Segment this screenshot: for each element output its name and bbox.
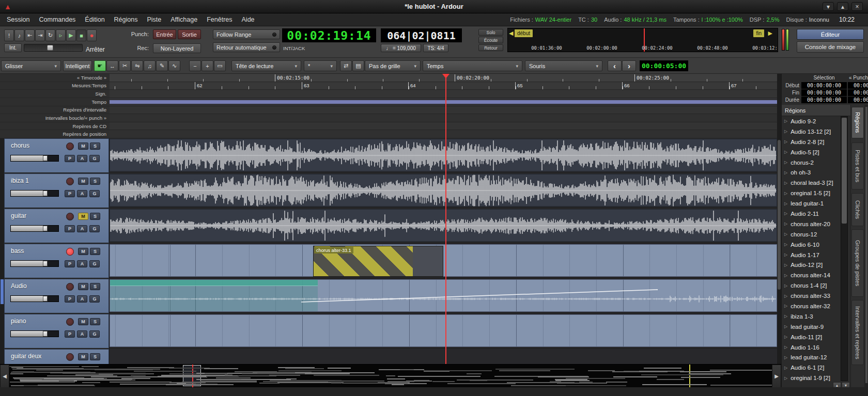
- expander-icon[interactable]: ▷: [784, 232, 787, 236]
- contents-tool[interactable]: ∿: [168, 60, 180, 71]
- audio-region[interactable]: [110, 209, 777, 242]
- playlist-button[interactable]: P: [65, 190, 75, 197]
- gain-fader[interactable]: [10, 225, 59, 232]
- stretch-mode-button[interactable]: ⇄: [340, 60, 352, 71]
- gain-fader[interactable]: [10, 330, 59, 337]
- side-tab-r-gions[interactable]: Régions: [851, 107, 864, 138]
- summary-scroll-right-button[interactable]: ▶: [772, 365, 781, 388]
- region-list-item[interactable]: ▷Audio 9-2: [782, 116, 841, 126]
- solo-button[interactable]: S: [90, 142, 100, 150]
- mini-timeline[interactable]: ◀ début fin ▶ 00:01:36:0000:02:00:0000:0…: [507, 28, 778, 52]
- follow-range-toggle[interactable]: Follow Range: [213, 29, 280, 39]
- track-header-guitar[interactable]: guitarMSPAG: [4, 209, 109, 243]
- solo-button[interactable]: S: [90, 178, 100, 185]
- expander-icon[interactable]: ▷: [784, 221, 787, 226]
- audio-region[interactable]: [110, 314, 777, 347]
- region-list-scrollbar[interactable]: [841, 116, 848, 381]
- solo-button[interactable]: S: [90, 318, 100, 325]
- expander-icon[interactable]: ▷: [784, 263, 787, 267]
- track-header-ibiza-1[interactable]: ibiza 1MSPAG: [4, 173, 109, 208]
- menu-item[interactable]: Session: [2, 13, 34, 26]
- expander-icon[interactable]: ▷: [784, 211, 787, 216]
- end-marker[interactable]: fin: [753, 29, 764, 37]
- playlist-button[interactable]: P: [65, 295, 75, 303]
- snap-preset-select[interactable]: * ▾: [304, 60, 337, 71]
- zoom-fit-button[interactable]: ▭: [214, 60, 226, 71]
- shuttle-slider[interactable]: [24, 44, 83, 52]
- stop-button[interactable]: ■: [76, 29, 86, 41]
- secondary-clock[interactable]: 064|02|0811: [381, 28, 462, 42]
- expander-icon[interactable]: ▷: [784, 355, 787, 360]
- track-lane-chorus[interactable]: [110, 138, 777, 173]
- playlist-button[interactable]: P: [65, 330, 75, 338]
- automation-button[interactable]: A: [77, 155, 87, 162]
- group-tab[interactable]: [1, 279, 4, 304]
- scrollbar-thumb[interactable]: [842, 118, 847, 224]
- side-tab-groupes-de-pistes[interactable]: Groupes de pistes: [851, 229, 864, 297]
- gain-fader[interactable]: [10, 295, 59, 302]
- expander-icon[interactable]: ▷: [784, 273, 787, 278]
- feedback-button[interactable]: Retour: [478, 44, 503, 51]
- automation-button[interactable]: A: [77, 295, 87, 303]
- track-header-guitar-deux[interactable]: guitar deuxMSPAG: [4, 349, 109, 364]
- automation-button[interactable]: A: [77, 330, 87, 338]
- track-header-piano[interactable]: pianoMSPAG: [4, 314, 109, 349]
- menu-item[interactable]: Régions: [110, 13, 143, 26]
- track-lane-guitar-deux[interactable]: [110, 349, 777, 364]
- fader-handle[interactable]: [43, 226, 48, 231]
- expander-icon[interactable]: ▷: [784, 201, 787, 206]
- region-list-item[interactable]: ▷Audio 1-17: [782, 250, 841, 260]
- menu-item[interactable]: Édition: [80, 13, 109, 26]
- mute-button[interactable]: M: [78, 142, 88, 150]
- draw-tool[interactable]: ✎: [156, 60, 168, 71]
- region-list-item[interactable]: ▷lead guitar-12: [782, 352, 841, 362]
- region-list-item[interactable]: ▷choral lead-3 [2]: [782, 178, 841, 188]
- region-list-item[interactable]: ▷oreginal 1-9 [2]: [782, 373, 841, 383]
- expander-icon[interactable]: ▷: [784, 170, 787, 175]
- automation-button[interactable]: A: [77, 260, 87, 267]
- expander-icon[interactable]: ▷: [784, 160, 787, 165]
- edit-point-select[interactable]: Souris ▾: [525, 60, 602, 71]
- zoom-in-button[interactable]: +: [202, 60, 213, 71]
- shuttle-units-button[interactable]: Int.: [4, 43, 22, 52]
- group-button[interactable]: G: [89, 260, 100, 267]
- nudge-forward-button[interactable]: ›: [622, 60, 636, 71]
- group-button[interactable]: G: [89, 295, 100, 303]
- region-list-item[interactable]: ▷Audio-5 [2]: [782, 147, 841, 157]
- solo-button[interactable]: S: [90, 353, 100, 360]
- group-button[interactable]: G: [89, 330, 100, 338]
- region-list-item[interactable]: ▷Audio-11 [2]: [782, 332, 841, 342]
- maximize-button[interactable]: ▴: [837, 2, 848, 11]
- fader-handle[interactable]: [43, 331, 48, 337]
- region-list-item[interactable]: ▷chorus-2: [782, 157, 841, 168]
- goto-start-button[interactable]: ⇤: [25, 29, 35, 41]
- summary-overview[interactable]: [9, 365, 772, 388]
- gain-fader[interactable]: [10, 190, 59, 197]
- nudge-clock[interactable]: 00:00:05:00: [640, 60, 688, 71]
- mute-button[interactable]: M: [78, 248, 88, 255]
- ruler-row-1[interactable]: 626364656667: [110, 82, 777, 90]
- zoom-out-button[interactable]: −: [189, 60, 201, 71]
- side-panel-scrollbar[interactable]: [864, 105, 868, 389]
- range-tool[interactable]: ↔: [106, 60, 118, 71]
- side-tab-pistes-et-bus[interactable]: Pistes et bus: [851, 142, 864, 189]
- track-lane-bass[interactable]: chorus alter-33.1: [110, 244, 777, 278]
- expander-icon[interactable]: ▷: [784, 304, 787, 308]
- region-list-item[interactable]: ▷Audio 2-8 [2]: [782, 137, 841, 147]
- expander-icon[interactable]: ▷: [784, 366, 787, 370]
- mute-button[interactable]: M: [78, 353, 88, 360]
- stretch-tool[interactable]: ⇋: [131, 60, 143, 71]
- gain-fader[interactable]: [10, 155, 59, 162]
- expander-icon[interactable]: ▷: [784, 242, 787, 247]
- metronome-button[interactable]: ♪: [14, 29, 24, 41]
- fader-handle[interactable]: [43, 191, 48, 196]
- expander-icon[interactable]: ▷: [784, 129, 787, 134]
- goto-end-button[interactable]: ⇥: [35, 29, 45, 41]
- summary-scroll-left-button[interactable]: ◀: [0, 365, 9, 388]
- gain-fader[interactable]: [10, 260, 59, 267]
- expander-icon[interactable]: ▷: [784, 119, 787, 123]
- audition-tool[interactable]: ♫: [144, 60, 156, 71]
- shuttle-handle[interactable]: [47, 45, 53, 51]
- selection-clock[interactable]: 00:00:00:00: [801, 82, 847, 89]
- grid-mode-select[interactable]: Pas de grille ▾: [365, 60, 421, 71]
